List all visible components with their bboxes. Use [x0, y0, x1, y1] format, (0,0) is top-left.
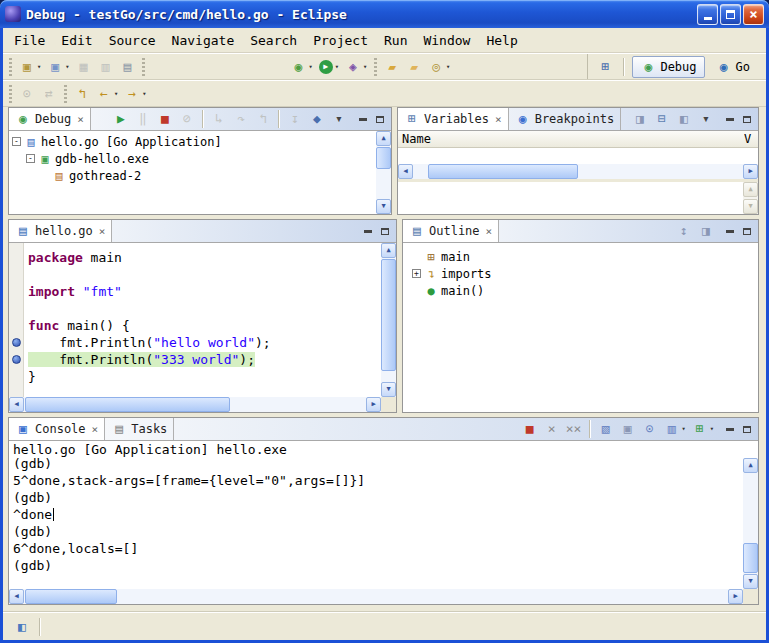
tree-item[interactable]: ●main()	[409, 282, 758, 299]
maximize-view-icon[interactable]	[740, 422, 754, 436]
sort-icon[interactable]: ↕	[674, 220, 694, 242]
toolbar-grip-handle[interactable]	[64, 85, 67, 103]
external-tools-icon[interactable]: ◈▾	[343, 56, 369, 78]
remove-launch-icon[interactable]: ×	[542, 418, 562, 440]
tab-hello-go[interactable]: ▤ hello.go ×	[9, 220, 112, 242]
maximize-view-icon[interactable]	[373, 112, 387, 126]
use-step-filters-icon[interactable]: ◆	[307, 108, 327, 130]
tree-item[interactable]: -▣gdb-hello.exe	[9, 150, 376, 167]
perspective-go-button[interactable]: ◉ Go	[708, 56, 758, 78]
close-tab-icon[interactable]: ×	[77, 113, 84, 126]
perspective-debug-button[interactable]: ◉ Debug	[632, 56, 704, 78]
close-tab-icon[interactable]: ×	[99, 225, 106, 238]
toolbar-grip-handle[interactable]	[9, 58, 12, 76]
scroll-left-icon[interactable]: ◀	[9, 397, 24, 412]
variables-horizontal-scrollbar[interactable]: ◀ ▶	[398, 164, 758, 179]
scroll-lock-ic[interactable]: ▣	[618, 418, 638, 440]
editor-annotation-ruler[interactable]	[9, 243, 24, 397]
scroll-down-icon[interactable]: ▼	[376, 199, 391, 214]
pin-console-icon[interactable]: ⊙	[640, 418, 660, 440]
view-menu-icon[interactable]: ▾	[696, 108, 716, 130]
show-type-names-icon[interactable]: ◨	[630, 108, 650, 130]
code-line[interactable]: package main	[28, 249, 378, 266]
tab-variables[interactable]: ⊞ Variables ×	[398, 108, 509, 130]
debug-vertical-scrollbar[interactable]: ▲ ▼	[376, 131, 391, 214]
scrollbar-thumb[interactable]	[743, 543, 758, 573]
remove-all-launches-icon[interactable]: ××	[564, 418, 584, 440]
scroll-right-icon[interactable]: ▶	[366, 397, 381, 412]
editor-vertical-scrollbar[interactable]: ▲ ▼	[381, 243, 396, 397]
editor-code-area[interactable]: package main import "fmt" func main() { …	[25, 243, 381, 397]
code-line[interactable]	[28, 300, 378, 317]
scroll-up-icon[interactable]: ▲	[381, 243, 396, 258]
maximize-view-icon[interactable]	[378, 224, 392, 238]
minimize-view-icon[interactable]	[723, 112, 737, 126]
variables-detail-pane[interactable]	[398, 182, 743, 214]
menu-edit[interactable]: Edit	[53, 30, 100, 51]
tab-console[interactable]: ▣ Console ×	[9, 418, 105, 440]
code-line[interactable]: }	[28, 368, 378, 385]
search-icon[interactable]: ◎▾	[426, 56, 452, 78]
open-file-icon[interactable]: ▰	[404, 56, 424, 78]
tab-tasks[interactable]: ▤ Tasks	[105, 418, 174, 440]
minimize-view-icon[interactable]	[723, 422, 737, 436]
scrollbar-thumb[interactable]	[376, 147, 391, 169]
console-output[interactable]: (gdb)5^done,stack-args=[frame={level="0"…	[9, 455, 743, 589]
toolbar-grip-handle[interactable]	[9, 85, 12, 103]
maximize-view-icon[interactable]	[740, 224, 754, 238]
breakpoint-icon[interactable]	[12, 338, 21, 347]
scroll-right-icon[interactable]: ▶	[743, 164, 758, 179]
terminate-icon[interactable]: ■	[155, 108, 175, 130]
scroll-left-icon[interactable]: ◀	[398, 164, 413, 179]
eclipse-logo-icon[interactable]	[5, 6, 21, 22]
scrollbar-thumb[interactable]	[428, 164, 578, 179]
variables-table[interactable]	[398, 148, 758, 164]
scroll-right-icon[interactable]: ▶	[728, 589, 743, 604]
tab-outline[interactable]: ▤ Outline ×	[403, 220, 499, 242]
menu-search[interactable]: Search	[242, 30, 305, 51]
forward-icon[interactable]: →▾	[122, 83, 148, 105]
tab-breakpoints[interactable]: ◉ Breakpoints	[509, 108, 621, 130]
tree-item[interactable]: ⊞main	[409, 248, 758, 265]
open-console-icon[interactable]: ⊞▾	[690, 418, 716, 440]
code-line[interactable]: import "fmt"	[28, 283, 378, 300]
breakpoint-icon[interactable]	[12, 355, 21, 364]
menu-help[interactable]: Help	[478, 30, 525, 51]
code-line[interactable]	[28, 266, 378, 283]
menu-run[interactable]: Run	[376, 30, 415, 51]
scrollbar-thumb[interactable]	[25, 397, 230, 412]
tree-item[interactable]: ▤gothread-2	[9, 167, 376, 184]
console-horizontal-scrollbar[interactable]: ◀ ▶	[9, 589, 743, 604]
close-tab-icon[interactable]: ×	[495, 113, 502, 126]
new-icon[interactable]: ▣▾	[17, 56, 43, 78]
scrollbar-thumb[interactable]	[381, 259, 396, 371]
debug-icon[interactable]: ◉▾	[288, 56, 314, 78]
view-menu-icon[interactable]: ▾	[329, 108, 349, 130]
scroll-up-icon[interactable]: ▲	[743, 458, 758, 473]
resume-icon[interactable]: ▶	[111, 108, 131, 130]
menu-project[interactable]: Project	[305, 30, 376, 51]
collapse-icon[interactable]: -	[12, 137, 21, 146]
last-edit-location-icon[interactable]: ↰	[72, 83, 92, 105]
fast-view-bar-button[interactable]: ◧	[12, 616, 32, 638]
scroll-down-icon[interactable]: ▼	[743, 574, 758, 589]
code-line[interactable]: func main() {	[28, 317, 378, 334]
display-selected-console-icon[interactable]: ▥▾	[662, 418, 688, 440]
code-line[interactable]: fmt.Println("333 world");	[28, 351, 378, 368]
console-vertical-scrollbar[interactable]: ▲ ▼	[743, 458, 758, 589]
maximize-button[interactable]	[720, 4, 741, 25]
scroll-up-icon[interactable]: ▲	[376, 131, 391, 146]
column-name[interactable]: Name	[402, 132, 744, 146]
open-folder-icon[interactable]: ▰	[382, 56, 402, 78]
collapse-icon[interactable]: -	[26, 154, 35, 163]
maximize-view-icon[interactable]	[740, 112, 754, 126]
tab-debug[interactable]: ◉ Debug ×	[9, 108, 91, 130]
layout-icon[interactable]: ◧	[674, 108, 694, 130]
close-tab-icon[interactable]: ×	[92, 423, 99, 436]
filter-icon[interactable]: ◨	[696, 220, 716, 242]
new-launch-icon[interactable]: ▣▾	[45, 56, 71, 78]
editor-horizontal-scrollbar[interactable]: ◀ ▶	[9, 397, 381, 412]
terminate-icon[interactable]: ■	[520, 418, 540, 440]
code-line[interactable]: fmt.Println("hello world");	[28, 334, 378, 351]
tree-item[interactable]: -▤hello.go [Go Application]	[9, 133, 376, 150]
